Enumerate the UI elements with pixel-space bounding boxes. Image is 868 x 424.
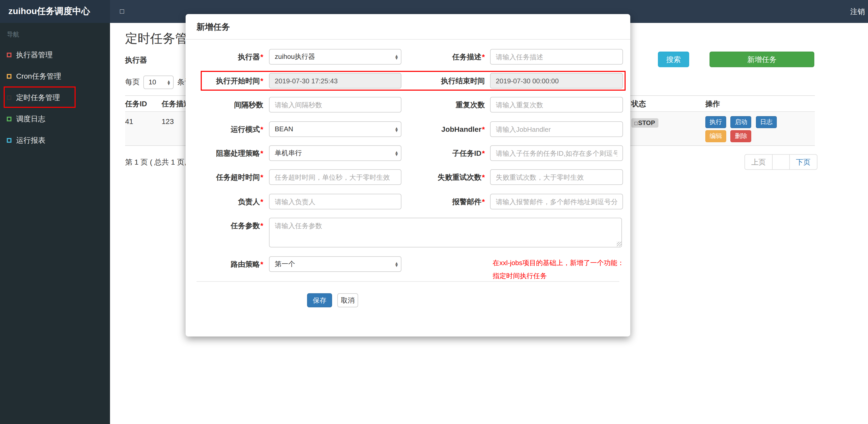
- timeout-label: 任务超时时间*: [186, 169, 263, 185]
- job-handler-label: JobHandler*: [405, 121, 485, 137]
- owner-input[interactable]: [269, 194, 401, 209]
- retry-input[interactable]: [490, 169, 623, 185]
- end-time-label: 执行结束时间: [405, 73, 485, 89]
- executor-mgmt-icon: [7, 53, 11, 57]
- required-mark: *: [482, 53, 485, 61]
- required-mark: *: [260, 221, 263, 230]
- required-mark: *: [260, 173, 263, 181]
- form-row-gluetype-handler: 运行模式* BEAN ▲▼ JobHandler*: [186, 121, 630, 137]
- glue-type-value: BEAN: [275, 125, 293, 133]
- block-strategy-select[interactable]: 单机串行 ▲▼: [269, 145, 401, 161]
- sidebar-item-cron-task-mgmt[interactable]: Cron任务管理: [0, 66, 110, 87]
- sidebar-nav-label: 导航: [0, 23, 110, 44]
- select-arrows-icon: ▲ ▼: [167, 80, 170, 85]
- add-task-modal: 新增任务 执行器* zuihou执行器 ▲▼ 任务描述* 执行开始时间* 执行结…: [186, 14, 630, 336]
- sidebar-item-run-report[interactable]: 运行报表: [0, 130, 110, 151]
- save-button[interactable]: 保存: [307, 293, 332, 307]
- alarm-email-input[interactable]: [490, 194, 623, 209]
- owner-label: 负责人*: [186, 194, 263, 209]
- repeat-count-input[interactable]: [490, 97, 623, 112]
- alarm-email-label: 报警邮件*: [405, 194, 485, 209]
- job-desc-input[interactable]: [490, 49, 623, 65]
- route-strategy-value: 第一个: [275, 260, 295, 268]
- edit-button[interactable]: 编辑: [705, 130, 726, 142]
- row-actions-line1: 执行 启动 日志: [705, 116, 779, 128]
- block-strategy-value: 单机串行: [275, 149, 302, 157]
- feature-note-line2: 指定时间执行任务: [493, 269, 633, 282]
- select-arrows-icon: ▲▼: [396, 151, 398, 156]
- cell-task-id: 41: [125, 117, 133, 126]
- prev-page-button[interactable]: 上页: [744, 154, 773, 170]
- textarea-resize-grip[interactable]: [617, 242, 621, 247]
- required-mark: *: [482, 197, 485, 206]
- executor-select[interactable]: zuihou执行器 ▲▼: [269, 49, 401, 65]
- end-time-input[interactable]: [490, 73, 623, 89]
- pagination: 上页 1 下页: [744, 154, 817, 170]
- form-row-timeout-retry: 任务超时时间* 失败重试次数*: [186, 169, 630, 185]
- glue-type-label: 运行模式*: [186, 121, 263, 137]
- logout-link[interactable]: 注销: [848, 0, 867, 23]
- sidebar-item-timed-task-mgmt[interactable]: 定时任务管理: [0, 87, 110, 108]
- executor-label: 执行器*: [186, 49, 263, 65]
- start-time-label: 执行开始时间*: [186, 73, 263, 89]
- child-job-input[interactable]: [490, 145, 623, 161]
- search-button[interactable]: 搜索: [658, 52, 689, 67]
- form-row-times: 执行开始时间* 执行结束时间: [186, 73, 630, 89]
- required-mark: *: [260, 53, 263, 61]
- sidebar-item-label: 运行报表: [16, 130, 45, 151]
- sidebar-item-schedule-log[interactable]: 调度日志: [0, 108, 110, 130]
- child-job-label: 子任务ID*: [405, 145, 485, 161]
- interval-input[interactable]: [269, 97, 401, 112]
- start-button[interactable]: 启动: [731, 116, 751, 128]
- form-row-interval-repeat: 间隔秒数 重复次数: [186, 97, 630, 112]
- select-arrows-icon: ▲▼: [396, 261, 398, 267]
- required-mark: *: [260, 76, 263, 85]
- col-task-id: 任务ID: [125, 96, 147, 112]
- required-mark: *: [482, 125, 485, 133]
- timed-task-icon: [7, 95, 11, 100]
- select-arrows-icon: ▲▼: [396, 127, 398, 132]
- executor-filter-label: 执行器: [125, 56, 147, 65]
- required-mark: *: [482, 173, 485, 181]
- feature-note-line1: 在xxl-jobs项目的基础上，新增了一个功能：: [493, 256, 633, 269]
- select-arrows-icon: ▲▼: [396, 54, 398, 59]
- current-page-button[interactable]: 1: [772, 154, 790, 170]
- glue-type-select[interactable]: BEAN ▲▼: [269, 121, 401, 137]
- required-mark: *: [260, 125, 263, 133]
- route-strategy-select[interactable]: 第一个 ▲▼: [269, 256, 401, 272]
- per-page-select[interactable]: 10 ▲ ▼: [143, 75, 174, 89]
- status-badge: □ STOP: [631, 118, 658, 128]
- col-actions: 操作: [705, 96, 720, 112]
- run-report-icon: [7, 138, 11, 143]
- job-param-label: 任务参数*: [186, 218, 263, 233]
- delete-button[interactable]: 删除: [731, 130, 751, 142]
- repeat-count-label: 重复次数: [405, 97, 485, 112]
- modal-title-divider: [186, 39, 630, 40]
- row-actions-line2: 编辑 删除: [705, 130, 753, 142]
- log-button[interactable]: 日志: [756, 116, 777, 128]
- app-root: zuihou任务调度中心 □ 注销 导航 执行器管理 Cron任务管理 定时任务…: [0, 0, 868, 424]
- next-page-button[interactable]: 下页: [789, 154, 817, 170]
- job-param-textarea[interactable]: [269, 218, 622, 248]
- job-handler-input[interactable]: [490, 121, 623, 137]
- sidebar-item-executor-mgmt[interactable]: 执行器管理: [0, 44, 110, 66]
- schedule-log-icon: [7, 117, 11, 121]
- interval-label: 间隔秒数: [186, 97, 263, 112]
- status-text: STOP: [638, 119, 655, 127]
- form-row-executor-desc: 执行器* zuihou执行器 ▲▼ 任务描述*: [186, 49, 630, 65]
- run-button[interactable]: 执行: [705, 116, 726, 128]
- select-arrow-down-icon: ▼: [167, 82, 170, 85]
- sidebar-toggle-icon[interactable]: □: [116, 0, 128, 23]
- add-task-button[interactable]: 新增任务: [710, 52, 814, 67]
- form-row-block-childjob: 阻塞处理策略* 单机串行 ▲▼ 子任务ID*: [186, 145, 630, 161]
- form-row-owner-email: 负责人* 报警邮件*: [186, 194, 630, 209]
- cancel-button[interactable]: 取消: [337, 293, 358, 307]
- sidebar: 导航 执行器管理 Cron任务管理 定时任务管理 调度日志 运行报表: [0, 23, 110, 424]
- route-strategy-label: 路由策略*: [186, 256, 263, 272]
- sidebar-item-label: 调度日志: [16, 108, 45, 130]
- start-time-input[interactable]: [269, 73, 401, 89]
- required-mark: *: [482, 149, 485, 157]
- job-desc-label: 任务描述*: [405, 49, 485, 65]
- app-logo[interactable]: zuihou任务调度中心: [0, 0, 110, 23]
- timeout-input[interactable]: [269, 169, 401, 185]
